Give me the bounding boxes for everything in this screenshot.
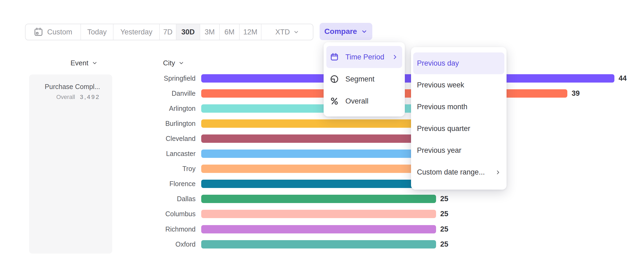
chevron-down-icon xyxy=(178,60,184,66)
range-button-yesterday[interactable]: Yesterday xyxy=(113,24,159,40)
range-button-12m[interactable]: 12M xyxy=(239,24,261,40)
submenu-item-label: Previous day xyxy=(417,59,459,68)
compare-menu: Time Period Segment Overall xyxy=(324,42,405,116)
range-button-label: 12M xyxy=(243,28,257,36)
bar-category-label: Arlington xyxy=(102,104,196,113)
bar-category-label: Cleveland xyxy=(102,134,196,143)
bar-troy[interactable] xyxy=(201,165,445,173)
compare-menu-item-time-period[interactable]: Time Period xyxy=(326,46,402,68)
chart-row-richmond: Richmond25 xyxy=(0,225,644,233)
submenu-item-previous-month[interactable]: Previous month xyxy=(413,96,504,118)
submenu-item-label: Previous quarter xyxy=(417,125,470,133)
chart-row-dallas: Dallas25 xyxy=(0,195,644,203)
calendar-icon xyxy=(34,27,43,37)
range-button-label: 3M xyxy=(205,28,215,36)
submenu-item-previous-quarter[interactable]: Previous quarter xyxy=(413,118,504,140)
chart-row-oxford: Oxford25 xyxy=(0,240,644,248)
chevron-down-icon xyxy=(361,28,367,35)
chevron-down-icon xyxy=(92,60,98,66)
chart-row-springfield: Springfield44 xyxy=(0,74,644,83)
bar-category-label: Burlington xyxy=(102,119,196,128)
compare-button-label: Compare xyxy=(324,27,357,36)
bar-richmond[interactable] xyxy=(201,225,436,233)
range-button-30d-selected[interactable]: 30D xyxy=(176,24,200,40)
compare-menu-item-segment[interactable]: Segment xyxy=(326,68,402,90)
submenu-item-label: Previous week xyxy=(417,81,464,89)
range-button-custom[interactable]: Custom xyxy=(26,24,80,40)
range-button-label: Custom xyxy=(47,28,72,36)
compare-menu-item-label: Time Period xyxy=(345,53,384,61)
range-button-3m[interactable]: 3M xyxy=(200,24,219,40)
chevron-down-icon xyxy=(293,29,299,35)
city-column-label: City xyxy=(163,59,175,67)
range-button-label: XTD xyxy=(275,28,290,36)
event-column-label: Event xyxy=(70,59,89,67)
bar-category-label: Richmond xyxy=(102,225,196,233)
range-button-xtd[interactable]: XTD xyxy=(261,24,313,40)
range-button-6m[interactable]: 6M xyxy=(219,24,239,40)
time-period-submenu: Previous day Previous week Previous mont… xyxy=(411,47,507,190)
bar-florence[interactable] xyxy=(201,180,436,188)
bar-category-label: Columbus xyxy=(102,210,196,218)
bar-value-label: 25 xyxy=(440,240,448,248)
submenu-item-previous-day[interactable]: Previous day xyxy=(413,52,504,74)
chart-row-florence: Florence xyxy=(0,180,644,188)
bar-oxford[interactable] xyxy=(201,240,436,248)
chart-row-columbus: Columbus25 xyxy=(0,210,644,218)
submenu-item-previous-week[interactable]: Previous week xyxy=(413,74,504,96)
event-column-header[interactable]: Event xyxy=(70,59,98,67)
bar-category-label: Oxford xyxy=(102,240,196,248)
range-button-7d[interactable]: 7D xyxy=(159,24,176,40)
range-button-label: Yesterday xyxy=(120,28,152,36)
bar-category-label: Troy xyxy=(102,165,196,173)
submenu-item-custom-date-range[interactable]: Custom date range... xyxy=(413,161,504,183)
bar-category-label: Springfield xyxy=(102,74,196,83)
bar-springfield[interactable] xyxy=(201,74,614,83)
bar-value-label: 25 xyxy=(440,195,448,203)
date-range-selector: Custom Today Yesterday 7D 30D 3M 6M 12M … xyxy=(25,24,313,40)
bar-value-label: 25 xyxy=(440,210,448,218)
compare-menu-item-overall[interactable]: Overall xyxy=(326,90,402,112)
range-button-label: 7D xyxy=(163,28,173,36)
chevron-right-icon xyxy=(392,54,398,60)
bar-columbus[interactable] xyxy=(201,210,436,218)
bar-value-label: 39 xyxy=(572,89,580,98)
submenu-item-previous-year[interactable]: Previous year xyxy=(413,140,504,161)
submenu-item-label: Previous year xyxy=(417,146,461,155)
calendar-icon xyxy=(330,53,339,61)
percent-icon xyxy=(330,97,339,105)
range-button-today[interactable]: Today xyxy=(80,24,113,40)
bar-category-label: Lancaster xyxy=(102,150,196,158)
chart-row-cleveland: Cleveland xyxy=(0,134,644,143)
chart-row-danville: Danville39 xyxy=(0,89,644,98)
segment-icon xyxy=(330,75,339,83)
compare-button[interactable]: Compare xyxy=(320,23,372,40)
range-button-label: Today xyxy=(87,28,107,36)
bar-dallas[interactable] xyxy=(201,195,436,203)
chart-row-burlington: Burlington xyxy=(0,119,644,128)
bar-value-label: 44 xyxy=(619,74,627,83)
submenu-item-label: Previous month xyxy=(417,103,468,111)
chart-row-lancaster: Lancaster xyxy=(0,150,644,158)
compare-menu-item-label: Overall xyxy=(345,97,369,105)
city-column-header[interactable]: City xyxy=(163,59,184,67)
bar-value-label: 25 xyxy=(440,225,448,233)
range-button-label: 6M xyxy=(224,28,235,36)
bar-category-label: Florence xyxy=(102,180,196,188)
bar-category-label: Danville xyxy=(102,89,196,98)
bar-category-label: Dallas xyxy=(102,195,196,203)
chevron-right-icon xyxy=(495,170,501,175)
compare-menu-item-label: Segment xyxy=(345,75,374,83)
range-button-label: 30D xyxy=(181,28,195,36)
submenu-item-label: Custom date range... xyxy=(417,168,485,176)
chart-row-arlington: Arlington xyxy=(0,104,644,113)
chart-row-troy: Troy xyxy=(0,165,644,173)
